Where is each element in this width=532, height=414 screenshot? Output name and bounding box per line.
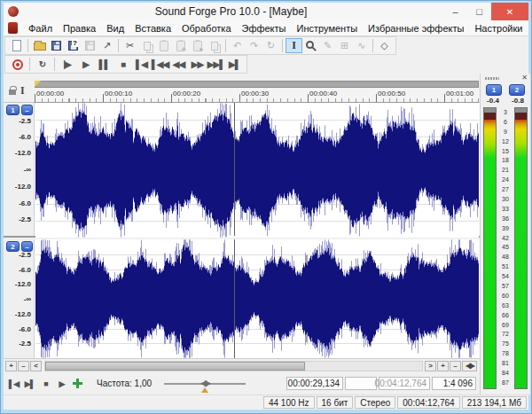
meter-scale-label: 81 — [502, 360, 509, 366]
forward-button[interactable]: ▶▶ — [188, 57, 207, 72]
save-as-button[interactable] — [65, 38, 82, 53]
undo-button[interactable]: ↶ — [229, 38, 246, 53]
channel-2-waveform[interactable] — [35, 239, 479, 358]
event-tool-button[interactable]: ⊞ — [336, 38, 353, 53]
right-zoom-fit-button[interactable]: ◀▶ — [462, 361, 477, 371]
left-zoom-out-button[interactable]: – — [18, 361, 29, 371]
status-cell: 16 бит — [317, 396, 354, 409]
db-label: -12.0 — [15, 149, 31, 157]
selection-start-field[interactable] — [345, 377, 377, 390]
pencil-tool-icon: ✎ — [324, 40, 332, 51]
loop-playback-button[interactable]: ↻ — [33, 57, 51, 72]
ruler-label: 00:00:00 — [36, 90, 64, 98]
menu-обработка[interactable]: Обработка — [176, 23, 236, 34]
scrollbar-thumb[interactable] — [45, 362, 305, 371]
rate-slider-handle[interactable]: ◀▶ — [200, 379, 209, 387]
menu-эффекты[interactable]: Эффекты — [237, 23, 292, 34]
mix-button[interactable] — [206, 38, 223, 53]
previous-marker-button[interactable]: ▌◀◀ — [151, 57, 169, 72]
repeat-icon: ↻ — [267, 40, 275, 51]
paste-special-button[interactable] — [172, 38, 189, 53]
time-ruler[interactable]: 00:00:0000:00:1000:00:2000:00:3000:00:40… — [35, 89, 479, 103]
meter-scale-label: 12 — [502, 138, 509, 145]
right-scroll-right-button[interactable]: > — [425, 361, 436, 371]
menu-окно[interactable]: Окно — [528, 23, 532, 34]
cut-button[interactable]: ✂ — [121, 38, 138, 53]
open-button[interactable] — [31, 38, 48, 53]
magnify-tool-button[interactable] — [302, 38, 319, 53]
minimize-button[interactable]: – — [443, 3, 467, 20]
left-scroll-left-button[interactable]: < — [30, 361, 42, 371]
repeat-button[interactable]: ↻ — [262, 38, 279, 53]
publish-button[interactable]: ↗ — [98, 38, 115, 53]
menu-вставка[interactable]: Вставка — [129, 23, 176, 34]
go-to-start-button[interactable]: ▌◀ — [6, 377, 21, 390]
edit-tool-button[interactable]: I — [286, 38, 302, 53]
channel-1-button[interactable]: 1 — [6, 105, 20, 115]
menu-вид[interactable]: Вид — [101, 23, 129, 34]
cursor-position-field[interactable]: 00:00:29,134 — [286, 377, 343, 390]
zoom-ratio-field[interactable]: 1:4 096 — [432, 377, 476, 390]
pencil-tool-button[interactable]: ✎ — [319, 38, 336, 53]
channel-2-minimize-button[interactable]: – — [21, 241, 33, 252]
channel-1-waveform[interactable] — [35, 103, 479, 238]
go-to-start-button[interactable]: ▌◀ — [132, 57, 151, 72]
menu-настройки[interactable]: Настройки — [469, 23, 528, 34]
save-all-icon — [85, 41, 95, 51]
scrub-button[interactable] — [70, 377, 85, 390]
save-all-button[interactable] — [82, 38, 98, 53]
meter-channel-2-button[interactable]: 2 — [509, 84, 525, 96]
db-label: -6.0 — [19, 265, 31, 273]
meter-scale-label: 21 — [502, 167, 509, 173]
menu-избранные-эффекты[interactable]: Избранные эффекты — [363, 23, 469, 34]
redo-button[interactable]: ↷ — [246, 38, 262, 53]
channel-1-minimize-button[interactable]: – — [21, 105, 33, 115]
close-button[interactable]: ✕ — [491, 3, 528, 20]
plugin-chainer-button[interactable]: ◇ — [376, 38, 393, 53]
meter-scale-label: 18 — [502, 157, 509, 163]
right-zoom-in-button[interactable]: + — [437, 361, 449, 371]
meters-close-icon[interactable]: ✕ — [521, 74, 528, 82]
copy-button[interactable] — [138, 38, 155, 53]
loop-region-bar[interactable] — [35, 81, 479, 88]
panel-grip-icon[interactable] — [485, 77, 499, 80]
next-marker-button[interactable]: ▶▶▌ — [207, 57, 225, 72]
document-icon — [8, 22, 18, 34]
scrollbar-track[interactable] — [44, 361, 423, 371]
left-zoom-in-button[interactable]: + — [5, 361, 17, 371]
pause-button[interactable]: ▌▌ — [95, 57, 113, 72]
go-to-end-button[interactable]: ▶▌ — [22, 377, 37, 390]
db-label: -12.0 — [15, 309, 31, 317]
right-zoom-out-button[interactable]: – — [450, 361, 461, 371]
maximize-button[interactable]: □ — [467, 3, 491, 20]
channel-2-button[interactable]: 2 — [6, 241, 20, 252]
paste-button[interactable] — [155, 38, 172, 53]
save-button[interactable] — [48, 38, 65, 53]
selection-end-field[interactable]: 00:04:12,764 — [379, 377, 430, 390]
record-icon — [12, 59, 23, 70]
loop-start-marker[interactable] — [35, 81, 41, 87]
lock-icon — [9, 90, 16, 95]
status-bar: 44 100 Hz16 битСтерео00:04:12,764213 194… — [4, 394, 528, 410]
mix-icon — [211, 42, 218, 51]
menu-правка[interactable]: Правка — [58, 23, 101, 34]
go-to-end-button[interactable]: ▶▌ — [225, 57, 244, 72]
meter-scale-label: 45 — [502, 244, 509, 250]
db-label: -2.5 — [19, 251, 31, 259]
play-all-button[interactable]: |▶ — [58, 57, 76, 72]
record-button[interactable] — [8, 57, 27, 72]
rewind-button[interactable]: ◀◀ — [169, 57, 188, 72]
paste-to-new-button[interactable] — [189, 38, 206, 53]
menu-файл[interactable]: Файл — [23, 23, 58, 34]
rate-slider[interactable]: ◀▶ — [164, 377, 246, 391]
menu-инструменты[interactable]: Инструменты — [292, 23, 364, 34]
play-button[interactable]: ▶ — [76, 57, 95, 72]
meter-channel-1-button[interactable]: 1 — [486, 84, 502, 96]
new-button[interactable] — [8, 38, 25, 53]
envelope-tool-button[interactable]: ∿ — [353, 38, 370, 53]
undo-icon: ↶ — [233, 40, 241, 51]
play-normal-button[interactable]: ▶ — [54, 377, 69, 390]
stop-button[interactable]: ■ — [38, 377, 53, 390]
stop-button[interactable]: ■ — [113, 57, 132, 72]
channel-2-db-scale: -2.5-6.0-12.0-∞-12.0-6.0-2.5 — [4, 239, 35, 358]
